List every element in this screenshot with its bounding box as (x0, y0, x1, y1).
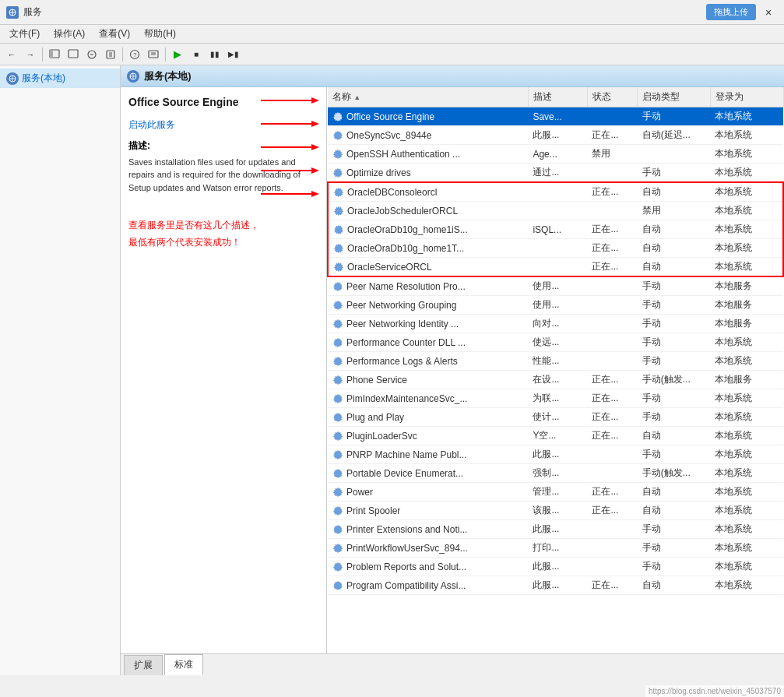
help-button[interactable]: ? (126, 46, 143, 63)
service-login-cell: 本地系统 (710, 182, 783, 202)
gear-icon (332, 580, 343, 591)
table-row[interactable]: Printer Extensions and Noti...此服...手动本地系… (328, 520, 783, 539)
gear-icon (332, 524, 343, 535)
service-name-cell: OracleServiceORCL (347, 262, 432, 273)
table-row[interactable]: PimIndexMaintenanceSvc_...为联...正在...手动本地… (328, 389, 783, 408)
col-header-login[interactable]: 登录为 (710, 87, 783, 107)
content-title: 服务(本地) (144, 69, 192, 83)
service-status-cell: 正在... (587, 408, 637, 427)
service-status-cell: 正在... (587, 576, 637, 595)
service-login-cell: 本地服务 (710, 371, 783, 389)
table-row[interactable]: OpenSSH Authentication ...Age...禁用本地系统 (328, 145, 783, 164)
play-button[interactable]: ▶ (169, 46, 186, 63)
stop-button[interactable]: ■ (188, 46, 205, 63)
menu-file[interactable]: 文件(F) (3, 26, 46, 42)
table-row[interactable]: OracleOraDb10g_home1T...正在...自动本地系统 (328, 239, 783, 258)
service-login-cell: 本地系统 (710, 576, 783, 595)
gear-icon (332, 319, 343, 329)
menu-action[interactable]: 操作(A) (47, 26, 91, 42)
content-header: 服务(本地) (121, 65, 784, 87)
service-name-cell: OracleOraDb10g_home1T... (347, 243, 464, 254)
service-desc-cell: 在设... (528, 371, 587, 389)
col-header-status[interactable]: 状态 (587, 87, 637, 107)
service-name-cell: Performance Counter DLL ... (346, 337, 466, 348)
table-row[interactable]: OracleJobSchedulerORCL禁用本地系统 (328, 202, 783, 220)
service-desc-cell (528, 239, 587, 258)
table-row[interactable]: OracleOraDb10g_home1iS...iSQL...正在...自动本… (328, 220, 783, 239)
service-startup-cell: 自动 (638, 258, 711, 277)
service-login-cell: 本地系统 (710, 558, 783, 576)
pause-button[interactable]: ▮▮ (206, 46, 223, 63)
service-name-cell: Printer Extensions and Noti... (346, 524, 467, 535)
service-desc-cell: 使远... (528, 333, 587, 352)
table-row[interactable]: Office Source EngineSave...手动本地系统 (328, 107, 783, 126)
forward-button[interactable]: → (22, 46, 39, 63)
baidu-upload-button[interactable]: 拖拽上传 (706, 4, 756, 20)
service-startup-cell: 手动 (638, 539, 711, 558)
menu-bar: 文件(F) 操作(A) 查看(V) 帮助(H) (0, 25, 784, 44)
col-header-startup[interactable]: 启动类型 (638, 87, 711, 107)
table-row[interactable]: Plug and Play使计...正在...手动本地系统 (328, 408, 783, 427)
title-bar: 服务 拖拽上传 × (0, 0, 784, 25)
table-row[interactable]: PluginLoaderSvcY空...正在...自动本地系统 (328, 427, 783, 445)
menu-view[interactable]: 查看(V) (93, 26, 136, 42)
service-login-cell: 本地系统 (710, 202, 783, 220)
table-row[interactable]: Peer Networking Identity ...向对...手动本地服务 (328, 315, 783, 333)
back-button[interactable]: ← (3, 46, 20, 63)
table-row[interactable]: Performance Logs & Alerts性能...手动本地系统 (328, 352, 783, 371)
gear-icon (333, 224, 344, 235)
gear-icon (332, 130, 343, 141)
svg-rect-5 (69, 50, 78, 58)
table-row[interactable]: Optimize drives通过...手动本地系统 (328, 164, 783, 183)
service-desc-cell (528, 258, 587, 277)
sidebar: 服务(本地) (0, 65, 121, 675)
service-desc-cell: 使用... (528, 296, 587, 315)
col-header-desc[interactable]: 描述 (528, 87, 587, 107)
toolbar-btn-3[interactable] (83, 46, 100, 63)
service-status-cell: 正在... (587, 427, 637, 445)
service-name-cell: Problem Reports and Solut... (346, 561, 466, 572)
table-row[interactable]: Print Spooler该服...正在...自动本地系统 (328, 502, 783, 520)
table-row[interactable]: Portable Device Enumerat...强制...手动(触发...… (328, 464, 783, 483)
service-desc-cell: 性能... (528, 352, 587, 371)
table-row[interactable]: OracleDBConsoleorcl正在...自动本地系统 (328, 182, 783, 202)
service-login-cell: 本地系统 (710, 352, 783, 371)
tab-standard[interactable]: 标准 (164, 654, 203, 675)
svg-rect-4 (50, 50, 53, 58)
table-row[interactable]: OneSyncSvc_8944e此服...正在...自动(延迟...本地系统 (328, 126, 783, 145)
left-panel: Office Source Engine 启动此服务 描述: Saves ins… (121, 87, 327, 653)
table-row[interactable]: Power管理...正在...自动本地系统 (328, 483, 783, 502)
sidebar-item-local-services[interactable]: 服务(本地) (0, 69, 120, 88)
gear-icon (333, 262, 344, 273)
toolbar-btn-2[interactable] (65, 46, 82, 63)
restart-button[interactable]: ▶▮ (225, 46, 242, 63)
table-row[interactable]: PrintWorkflowUserSvc_894...打印...手动本地系统 (328, 539, 783, 558)
table-row[interactable]: Peer Name Resolution Pro...使用...手动本地服务 (328, 276, 783, 296)
table-row[interactable]: Program Compatibility Assi...此服...正在...自… (328, 576, 783, 595)
toolbar-btn-5[interactable] (145, 46, 162, 63)
table-row[interactable]: Performance Counter DLL ...使远...手动本地系统 (328, 333, 783, 352)
service-login-cell: 本地系统 (710, 502, 783, 520)
tab-expand[interactable]: 扩展 (124, 655, 163, 675)
service-desc-cell: 通过... (528, 164, 587, 183)
service-startup-cell (638, 145, 711, 164)
col-header-name[interactable]: 名称 ▲ (328, 87, 528, 107)
desc-label: 描述: (128, 139, 318, 153)
service-name-cell: Peer Name Resolution Pro... (346, 281, 466, 292)
right-panel[interactable]: 名称 ▲ 描述 状态 启动类型 登录为 Office Source Engine… (327, 87, 784, 653)
toolbar-btn-4[interactable] (102, 46, 119, 63)
service-startup-cell: 手动 (638, 445, 711, 464)
table-row[interactable]: Peer Networking Grouping使用...手动本地服务 (328, 296, 783, 315)
table-row[interactable]: OracleServiceORCL正在...自动本地系统 (328, 258, 783, 277)
start-service-link[interactable]: 启动此服务 (128, 118, 318, 132)
service-name-cell: Power (346, 487, 373, 498)
table-row[interactable]: PNRP Machine Name Publ...此服...手动本地系统 (328, 445, 783, 464)
table-row[interactable]: Phone Service在设...正在...手动(触发...本地服务 (328, 371, 783, 389)
service-startup-cell: 自动 (638, 239, 711, 258)
table-row[interactable]: Problem Reports and Solut...此服...手动本地系统 (328, 558, 783, 576)
gear-icon (332, 505, 343, 516)
close-button[interactable]: × (759, 3, 778, 22)
service-desc-cell: iSQL... (528, 220, 587, 239)
show-hide-button[interactable] (46, 46, 63, 63)
menu-help[interactable]: 帮助(H) (138, 26, 182, 42)
